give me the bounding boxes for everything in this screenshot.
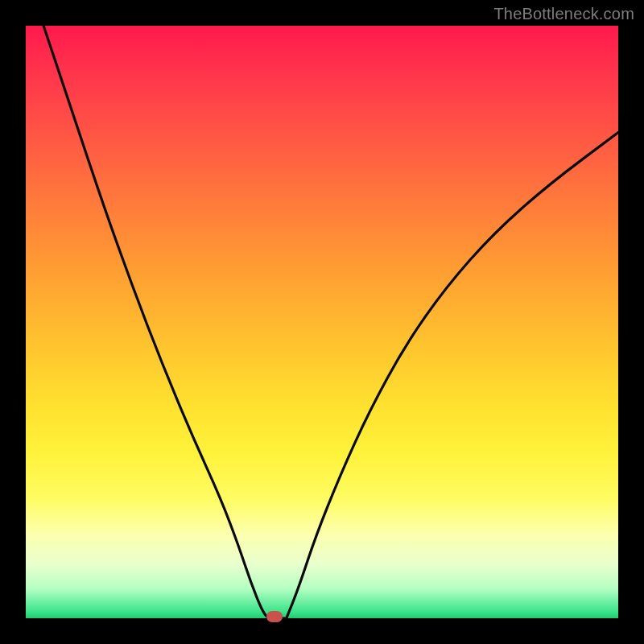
- chart-frame: TheBottleneck.com: [0, 0, 644, 644]
- curve-path: [43, 26, 618, 618]
- bottleneck-curve: [26, 26, 618, 618]
- watermark-text: TheBottleneck.com: [493, 5, 634, 23]
- optimum-marker: [266, 611, 283, 622]
